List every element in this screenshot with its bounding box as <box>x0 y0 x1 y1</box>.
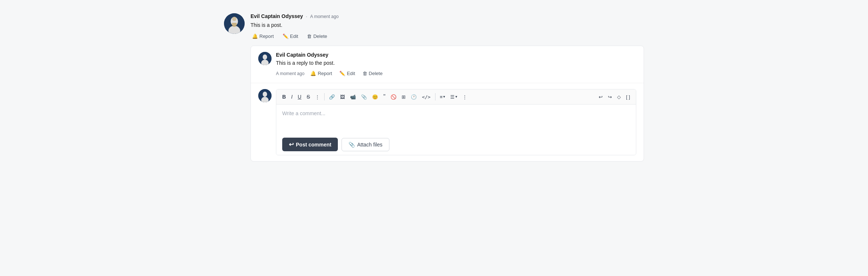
editor-avatar <box>258 89 272 102</box>
italic-button[interactable]: I <box>289 93 295 101</box>
erase-icon: ◇ <box>617 95 621 99</box>
edit-button[interactable]: ✏️ Edit <box>281 33 300 40</box>
comment-editor-row: B I U S ⋮ <box>251 83 644 161</box>
list-dropdown-icon: ▾ <box>455 95 457 99</box>
editor-footer: ↩ Post comment 📎 Attach files <box>276 134 636 155</box>
post-comment-button[interactable]: ↩ Post comment <box>282 138 338 151</box>
reply-trash-icon: 🗑 <box>363 71 367 76</box>
report-button[interactable]: 🔔 Report <box>251 33 275 40</box>
editor-content[interactable]: Write a comment... <box>276 105 636 134</box>
editor-placeholder: Write a comment... <box>282 110 325 116</box>
image-icon: 🖼 <box>340 95 345 99</box>
align-icon: ≡ <box>440 95 443 99</box>
attach-files-button[interactable]: 📎 Attach files <box>342 138 389 151</box>
post-comment-icon: ↩ <box>289 141 294 148</box>
table-button[interactable]: ⊞ <box>399 93 408 101</box>
quote-icon: " <box>383 94 385 100</box>
underline-button[interactable]: U <box>295 93 304 101</box>
strikethrough-button[interactable]: S <box>304 93 312 101</box>
list-icon: ☰ <box>450 95 455 99</box>
report-label: Report <box>259 33 274 39</box>
post-separator: · <box>306 14 307 19</box>
spoiler-icon: 🚫 <box>391 95 396 99</box>
extra-options-icon: ⋮ <box>462 95 467 99</box>
reply-report-button[interactable]: 🔔 Report <box>309 70 333 77</box>
emoji-button[interactable]: 😊 <box>370 93 380 101</box>
top-post: Evil Captain Odyssey · A moment ago This… <box>224 7 644 46</box>
svg-point-3 <box>232 17 237 21</box>
attachment-icon: 📎 <box>361 95 367 99</box>
delete-button[interactable]: 🗑 Delete <box>305 33 329 40</box>
reply-edit-button[interactable]: ✏️ Edit <box>338 70 356 77</box>
code-icon: </> <box>422 95 430 99</box>
reply-delete-button[interactable]: 🗑 Delete <box>361 70 384 77</box>
list-button[interactable]: ☰ ▾ <box>448 93 459 101</box>
extra-options-button[interactable]: ⋮ <box>460 93 469 101</box>
undo-icon: ↩ <box>599 95 603 99</box>
link-icon: 🔗 <box>329 95 335 99</box>
expand-icon: [ ] <box>626 95 630 99</box>
erase-button[interactable]: ◇ <box>615 93 623 101</box>
align-dropdown-icon: ▾ <box>443 95 445 99</box>
post-text: This is a post. <box>251 21 644 29</box>
table-icon: ⊞ <box>402 95 406 99</box>
post-comment-label: Post comment <box>296 142 331 148</box>
toolbar-divider-2 <box>435 93 435 100</box>
editor-toolbar: B I U S ⋮ <box>276 89 636 105</box>
attach-files-label: Attach files <box>357 142 382 148</box>
attachment-button[interactable]: 📎 <box>359 93 369 101</box>
redo-button[interactable]: ↪ <box>606 93 614 101</box>
svg-point-5 <box>263 54 267 60</box>
reply-report-label: Report <box>318 71 332 76</box>
reply-text: This is a reply to the post. <box>276 59 636 67</box>
code-button[interactable]: </> <box>420 93 433 101</box>
more-formatting-button[interactable]: ⋮ <box>313 93 322 101</box>
reply-pencil-icon: ✏️ <box>339 71 345 76</box>
editor-box: B I U S ⋮ <box>276 89 636 155</box>
reply-item: Evil Captain Odyssey This is a reply to … <box>251 46 644 83</box>
reply-delete-label: Delete <box>369 71 383 76</box>
quote-button[interactable]: " <box>381 92 388 101</box>
reply-bell-icon: 🔔 <box>310 71 316 76</box>
mention-button[interactable]: 🕐 <box>409 93 419 101</box>
clock-icon: 🕐 <box>411 95 417 99</box>
bold-button[interactable]: B <box>280 93 288 101</box>
video-button[interactable]: 📹 <box>348 93 358 101</box>
pencil-icon: ✏️ <box>283 33 288 39</box>
reply-actions: A moment ago 🔔 Report ✏️ Edit 🗑 Delete <box>276 70 636 77</box>
emoji-icon: 😊 <box>372 95 378 99</box>
reply-time: A moment ago <box>276 71 304 76</box>
more-icon: ⋮ <box>315 95 320 99</box>
spoiler-button[interactable]: 🚫 <box>388 93 399 101</box>
trash-icon: 🗑 <box>307 33 312 39</box>
toolbar-divider-1 <box>324 93 325 100</box>
attach-files-icon: 📎 <box>349 142 355 148</box>
align-button[interactable]: ≡ ▾ <box>438 93 448 101</box>
reply-avatar <box>258 52 272 65</box>
redo-icon: ↪ <box>608 95 612 99</box>
link-button[interactable]: 🔗 <box>327 93 337 101</box>
reply-thread: Evil Captain Odyssey This is a reply to … <box>251 46 644 162</box>
post-body: Evil Captain Odyssey · A moment ago This… <box>251 13 644 40</box>
video-icon: 📹 <box>350 95 356 99</box>
post-time: A moment ago <box>310 14 339 19</box>
post-header: Evil Captain Odyssey · A moment ago <box>251 13 644 19</box>
svg-point-8 <box>263 92 267 97</box>
reply-author: Evil Captain Odyssey <box>276 52 636 58</box>
undo-button[interactable]: ↩ <box>596 93 605 101</box>
post-author: Evil Captain Odyssey <box>251 13 303 19</box>
edit-label: Edit <box>290 33 298 39</box>
delete-label: Delete <box>313 33 327 39</box>
expand-button[interactable]: [ ] <box>624 93 632 101</box>
post-actions: 🔔 Report ✏️ Edit 🗑 Delete <box>251 33 644 40</box>
bell-icon: 🔔 <box>252 33 258 39</box>
avatar <box>224 13 245 34</box>
image-button[interactable]: 🖼 <box>338 93 347 101</box>
reply-edit-label: Edit <box>347 71 355 76</box>
reply-content: Evil Captain Odyssey This is a reply to … <box>276 52 636 77</box>
